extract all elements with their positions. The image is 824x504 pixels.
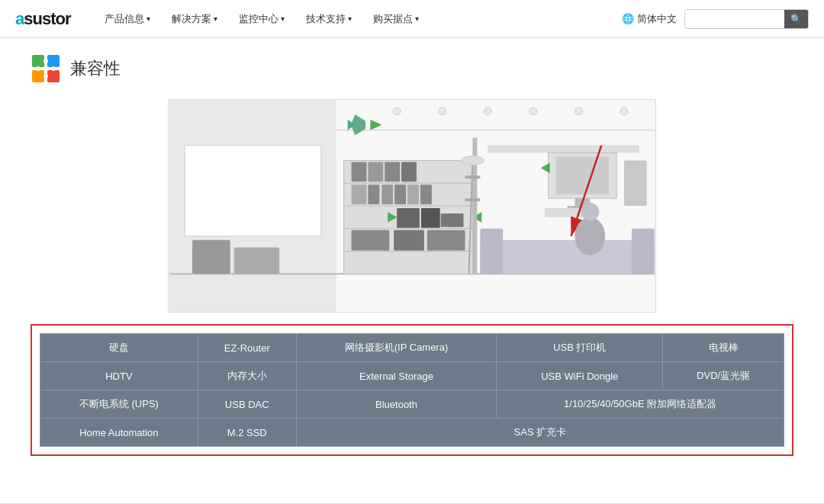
svg-rect-32	[394, 230, 424, 251]
lang-label: 简体中文	[637, 12, 677, 26]
room-svg	[169, 100, 655, 312]
table-row: 硬盘EZ-Router网络摄影机(IP Camera)USB 打印机电视棒	[40, 334, 784, 362]
table-cell: USB 打印机	[497, 334, 663, 362]
table-cell: 电视棒	[663, 334, 784, 362]
svg-rect-45	[624, 160, 647, 206]
search-box: 🔍	[684, 9, 809, 29]
svg-rect-2	[32, 70, 44, 82]
svg-rect-21	[401, 162, 417, 181]
table-cell: External Storage	[296, 362, 497, 390]
table-cell: 不断电系统 (UPS)	[40, 390, 198, 419]
table-cell: 硬盘	[40, 334, 198, 362]
search-button[interactable]: 🔍	[784, 10, 808, 28]
chevron-down-icon: ▾	[146, 14, 150, 23]
svg-point-63	[575, 217, 605, 255]
chevron-down-icon: ▾	[214, 14, 217, 23]
table-cell: Bluetooth	[296, 390, 497, 419]
table-cell: Home Automation	[40, 419, 198, 447]
table-cell: 内存大小	[198, 362, 296, 390]
svg-rect-39	[488, 146, 639, 153]
svg-rect-33	[427, 230, 465, 251]
page-header: 兼容性	[31, 53, 793, 84]
language-selector[interactable]: 🌐 简体中文	[622, 12, 677, 26]
nav-label: 购买据点	[373, 12, 413, 26]
svg-point-59	[620, 108, 628, 115]
svg-point-64	[581, 203, 599, 221]
table-cell: EZ-Router	[198, 334, 296, 362]
svg-point-6	[43, 74, 48, 79]
table-cell: HDTV	[40, 362, 198, 390]
svg-rect-29	[421, 208, 440, 228]
nav-label: 监控中心	[239, 12, 278, 26]
svg-point-7	[51, 66, 56, 71]
nav-label: 技术支持	[306, 12, 346, 26]
svg-rect-22	[352, 185, 367, 204]
svg-point-54	[393, 108, 401, 115]
search-input[interactable]	[685, 10, 784, 27]
nav-product-info[interactable]: 产品信息 ▾	[94, 0, 161, 38]
globe-icon: 🌐	[622, 13, 634, 24]
svg-rect-31	[352, 230, 390, 251]
svg-rect-24	[381, 185, 393, 204]
svg-point-58	[575, 108, 582, 115]
svg-rect-35	[234, 248, 280, 274]
chevron-down-icon: ▾	[281, 14, 285, 23]
svg-point-66	[462, 156, 484, 165]
svg-point-4	[43, 59, 48, 63]
svg-rect-3	[47, 70, 60, 82]
table-cell: 网络摄影机(IP Camera)	[296, 334, 497, 362]
navbar: asustor 产品信息 ▾ 解决方案 ▾ 监控中心 ▾ 技术支持 ▾ 购买据点…	[0, 0, 824, 38]
svg-point-55	[439, 108, 446, 115]
table-cell: DVD/蓝光驱	[663, 362, 784, 390]
nav-surveillance[interactable]: 监控中心 ▾	[228, 0, 295, 38]
nav-label: 产品信息	[105, 12, 144, 26]
svg-rect-19	[368, 162, 383, 181]
svg-rect-41	[556, 156, 610, 194]
svg-rect-36	[480, 240, 654, 274]
svg-rect-26	[407, 185, 419, 204]
room-illustration-container	[31, 99, 793, 313]
table-cell: USB DAC	[198, 390, 296, 419]
svg-rect-62	[465, 198, 481, 201]
table-cell: 1/10/25/40/50GbE 附加网络适配器	[497, 390, 784, 419]
page-title: 兼容性	[70, 57, 121, 80]
nav-label: 解决方案	[172, 12, 211, 26]
page-content: 兼容性	[0, 38, 824, 503]
svg-rect-27	[420, 185, 432, 204]
compat-section: 硬盘EZ-Router网络摄影机(IP Camera)USB 打印机电视棒HDT…	[31, 324, 793, 456]
svg-rect-12	[185, 146, 321, 236]
compat-table: 硬盘EZ-Router网络摄影机(IP Camera)USB 打印机电视棒HDT…	[40, 333, 784, 447]
table-row: HDTV内存大小External StorageUSB WiFi DongleD…	[40, 362, 784, 390]
svg-rect-38	[632, 229, 655, 274]
svg-rect-25	[394, 185, 406, 204]
svg-rect-20	[385, 162, 400, 181]
puzzle-icon	[31, 53, 61, 84]
nav-buy[interactable]: 购买据点 ▾	[362, 0, 430, 38]
nav-solutions[interactable]: 解决方案 ▾	[161, 0, 228, 38]
table-row: Home AutomationM.2 SSDSAS 扩充卡	[40, 419, 784, 447]
svg-rect-37	[480, 229, 503, 274]
chevron-down-icon: ▾	[415, 14, 419, 23]
svg-point-56	[484, 108, 491, 115]
room-illustration	[168, 99, 656, 313]
chevron-down-icon: ▾	[348, 14, 352, 23]
svg-rect-0	[32, 55, 44, 67]
svg-rect-30	[441, 213, 464, 227]
table-row: 不断电系统 (UPS)USB DACBluetooth1/10/25/40/50…	[40, 390, 784, 419]
svg-rect-18	[352, 162, 367, 181]
nav-items: 产品信息 ▾ 解决方案 ▾ 监控中心 ▾ 技术支持 ▾ 购买据点 ▾	[94, 0, 623, 38]
svg-rect-1	[47, 55, 60, 67]
svg-rect-23	[368, 185, 379, 204]
nav-support[interactable]: 技术支持 ▾	[295, 0, 362, 38]
svg-point-5	[36, 66, 40, 71]
table-cell: USB WiFi Dongle	[497, 362, 663, 390]
nav-right: 🌐 简体中文 🔍	[622, 9, 809, 29]
svg-point-57	[529, 108, 537, 115]
table-cell: M.2 SSD	[198, 419, 296, 447]
svg-rect-34	[192, 240, 230, 274]
svg-rect-28	[397, 208, 420, 228]
table-cell: SAS 扩充卡	[296, 419, 784, 447]
site-logo[interactable]: asustor	[15, 9, 71, 29]
